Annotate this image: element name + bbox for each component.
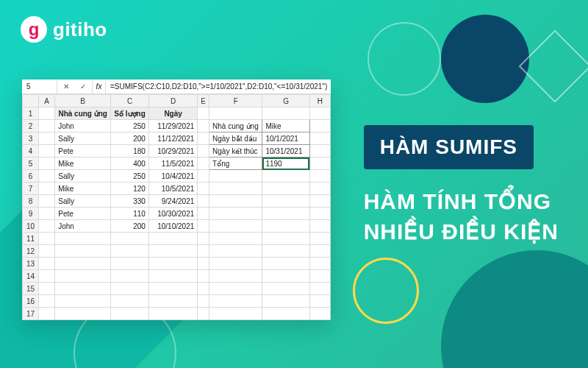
row-header[interactable]: 1 bbox=[23, 107, 39, 120]
cell[interactable] bbox=[309, 107, 330, 120]
row-header[interactable]: 3 bbox=[23, 132, 39, 145]
cell[interactable] bbox=[209, 258, 262, 270]
col-header[interactable]: D bbox=[148, 95, 197, 107]
cell[interactable]: 180 bbox=[111, 145, 149, 158]
cell[interactable] bbox=[111, 258, 149, 270]
row-header[interactable]: 7 bbox=[23, 183, 39, 195]
cell[interactable] bbox=[309, 158, 330, 170]
cell[interactable] bbox=[39, 233, 55, 245]
row-header[interactable]: 10 bbox=[23, 220, 39, 233]
cell[interactable] bbox=[39, 120, 55, 132]
cell[interactable] bbox=[55, 233, 111, 245]
cell[interactable] bbox=[198, 145, 209, 158]
cell[interactable]: 10/29/2021 bbox=[148, 145, 197, 158]
cell[interactable]: 10/31/2021 bbox=[262, 145, 309, 158]
cell[interactable] bbox=[309, 245, 330, 258]
cell[interactable] bbox=[309, 183, 330, 195]
cell[interactable] bbox=[209, 295, 262, 308]
cell[interactable]: Số lượng bbox=[111, 107, 149, 120]
cell[interactable] bbox=[209, 195, 262, 208]
col-header[interactable]: F bbox=[209, 95, 262, 107]
cell[interactable]: 110 bbox=[111, 208, 149, 220]
cell[interactable]: Sally bbox=[55, 170, 111, 183]
cell[interactable] bbox=[39, 308, 55, 320]
cell[interactable] bbox=[39, 195, 55, 208]
cell[interactable] bbox=[262, 308, 309, 320]
cell[interactable] bbox=[39, 283, 55, 295]
cell[interactable] bbox=[198, 132, 209, 145]
cell[interactable] bbox=[55, 270, 111, 283]
cell[interactable] bbox=[262, 195, 309, 208]
cell[interactable] bbox=[262, 283, 309, 295]
cell[interactable]: 10/10/2021 bbox=[148, 220, 197, 233]
cell[interactable] bbox=[39, 245, 55, 258]
col-header[interactable]: H bbox=[309, 95, 330, 107]
cell[interactable] bbox=[209, 283, 262, 295]
cell[interactable]: 200 bbox=[111, 132, 149, 145]
cell[interactable]: Sally bbox=[55, 195, 111, 208]
row-header[interactable]: 9 bbox=[23, 208, 39, 220]
cell[interactable] bbox=[198, 107, 209, 120]
cell[interactable] bbox=[148, 245, 197, 258]
col-header[interactable]: B bbox=[55, 95, 111, 107]
cell[interactable] bbox=[262, 183, 309, 195]
cell[interactable] bbox=[209, 170, 262, 183]
cell[interactable] bbox=[262, 245, 309, 258]
cell[interactable]: Mike bbox=[55, 158, 111, 170]
cell[interactable] bbox=[55, 295, 111, 308]
cell[interactable] bbox=[309, 270, 330, 283]
cell[interactable]: 250 bbox=[111, 170, 149, 183]
cell[interactable] bbox=[209, 270, 262, 283]
cell[interactable]: John bbox=[55, 120, 111, 132]
cell[interactable] bbox=[309, 295, 330, 308]
cell[interactable] bbox=[39, 295, 55, 308]
cell[interactable] bbox=[148, 233, 197, 245]
cell[interactable] bbox=[148, 283, 197, 295]
cell[interactable] bbox=[111, 270, 149, 283]
cell[interactable] bbox=[111, 245, 149, 258]
cell[interactable] bbox=[39, 170, 55, 183]
cell[interactable]: 400 bbox=[111, 158, 149, 170]
cell[interactable]: John bbox=[55, 220, 111, 233]
row-header[interactable]: 8 bbox=[23, 195, 39, 208]
cell[interactable] bbox=[198, 158, 209, 170]
cell[interactable]: 11/5/2021 bbox=[148, 158, 197, 170]
cell[interactable] bbox=[198, 308, 209, 320]
cell[interactable] bbox=[198, 195, 209, 208]
row-header[interactable]: 2 bbox=[23, 120, 39, 132]
cell[interactable]: 10/5/2021 bbox=[148, 183, 197, 195]
cell[interactable] bbox=[39, 158, 55, 170]
cell[interactable]: Tổng bbox=[209, 158, 262, 170]
cell[interactable] bbox=[39, 183, 55, 195]
cell[interactable]: 11/12/2021 bbox=[148, 132, 197, 145]
cell[interactable] bbox=[309, 258, 330, 270]
row-header[interactable]: 12 bbox=[23, 245, 39, 258]
cell[interactable] bbox=[309, 170, 330, 183]
cell[interactable] bbox=[262, 270, 309, 283]
cell[interactable] bbox=[39, 270, 55, 283]
cell[interactable] bbox=[209, 183, 262, 195]
row-header[interactable]: 16 bbox=[23, 295, 39, 308]
cell[interactable] bbox=[209, 107, 262, 120]
cell[interactable] bbox=[148, 258, 197, 270]
cell[interactable] bbox=[309, 145, 330, 158]
cell[interactable] bbox=[198, 183, 209, 195]
cell[interactable] bbox=[198, 208, 209, 220]
cell[interactable] bbox=[111, 308, 149, 320]
cell[interactable]: Ngày bbox=[148, 107, 197, 120]
cell[interactable]: 250 bbox=[111, 120, 149, 132]
cell[interactable] bbox=[262, 170, 309, 183]
cell[interactable] bbox=[309, 308, 330, 320]
cell[interactable] bbox=[198, 270, 209, 283]
cell[interactable] bbox=[39, 145, 55, 158]
cell[interactable] bbox=[262, 208, 309, 220]
cell[interactable] bbox=[39, 107, 55, 120]
cell[interactable] bbox=[111, 233, 149, 245]
cell[interactable] bbox=[198, 120, 209, 132]
cell[interactable] bbox=[209, 208, 262, 220]
row-header[interactable]: 11 bbox=[23, 233, 39, 245]
col-header[interactable]: C bbox=[111, 95, 149, 107]
cell[interactable] bbox=[55, 258, 111, 270]
cell[interactable] bbox=[262, 107, 309, 120]
cell[interactable] bbox=[262, 295, 309, 308]
